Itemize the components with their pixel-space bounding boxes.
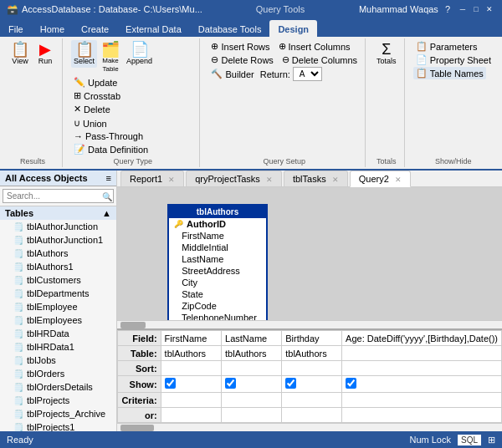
nav-item-tblprojects1[interactable]: 🗒️tblProjects1 (0, 420, 116, 431)
data-definition-button[interactable]: 📝Data Definition (71, 143, 151, 155)
restore-btn[interactable]: □ (470, 3, 482, 15)
row-header-4: Criteria: (118, 393, 161, 408)
nav-item-tblprojects_archive[interactable]: 🗒️tblProjects_Archive (0, 407, 116, 420)
grid-cell-0-2[interactable]: Birthday (282, 331, 342, 346)
grid-cell-3-3[interactable] (342, 376, 502, 393)
tab-close-qryprojecttasks[interactable]: ✕ (266, 176, 273, 184)
totals-button[interactable]: Σ Totals (374, 40, 399, 68)
show-checkbox-3[interactable] (346, 378, 356, 389)
grid-cell-1-1[interactable]: tblAuthors (222, 346, 282, 361)
panel-options-icon[interactable]: ≡ (106, 173, 111, 183)
view-button[interactable]: 📋 View (8, 40, 32, 68)
table-names-button[interactable]: 📋Table Names (413, 67, 486, 79)
pass-through-button[interactable]: →Pass-Through (71, 130, 151, 142)
insert-rows-button[interactable]: ⊕Insert Rows (208, 40, 272, 53)
totals-icon: Σ (382, 42, 391, 57)
grid-cell-2-3[interactable] (342, 361, 502, 376)
return-dropdown[interactable]: All 5 25 (293, 67, 322, 81)
design-hscrollbar[interactable] (117, 320, 502, 328)
run-button[interactable]: ▶ Run (33, 40, 57, 68)
grid-cell-1-2[interactable]: tblAuthors (282, 346, 342, 361)
grid-cell-0-0[interactable]: FirstName (161, 331, 221, 346)
close-btn[interactable]: ✕ (484, 3, 495, 15)
append-button[interactable]: 📄 Append (124, 40, 155, 68)
grid-cell-5-2[interactable] (282, 408, 342, 423)
tab-close-report1[interactable]: ✕ (168, 176, 175, 184)
tab-external-data[interactable]: External Data (117, 20, 190, 38)
nav-item-tbljobs[interactable]: 🗒️tblJobs (0, 354, 116, 367)
query-design-canvas[interactable]: tblAuthors 🔑AuthorID FirstName MiddleInt… (117, 187, 502, 320)
grid-cell-3-2[interactable] (282, 376, 342, 393)
make-table-button[interactable]: 🗂️ MakeTable (99, 40, 122, 74)
view-icon-status[interactable]: ⊞ (488, 435, 495, 445)
tab-database-tools[interactable]: Database Tools (190, 20, 270, 38)
search-icon[interactable]: 🔍 (102, 191, 112, 201)
nav-item-tblemployees[interactable]: 🗒️tblEmployees (0, 313, 116, 327)
tab-report1[interactable]: Report1 ✕ (120, 171, 184, 186)
search-input[interactable] (3, 189, 114, 203)
builder-button[interactable]: 🔨Builder (208, 68, 256, 80)
crosstab-button[interactable]: ⊞Crosstab (71, 89, 123, 102)
grid-cell-2-2[interactable] (282, 361, 342, 376)
grid-cell-5-0[interactable] (161, 408, 221, 423)
grid-cell-5-1[interactable] (222, 408, 282, 423)
grid-hscrollbar[interactable] (117, 423, 502, 431)
nav-item-tbldepartments[interactable]: 🗒️tblDepartments (0, 287, 116, 300)
data-def-icon: 📝 (74, 144, 85, 155)
tab-create[interactable]: Create (73, 20, 117, 38)
select-button[interactable]: 📋 Select (71, 40, 97, 68)
grid-cell-2-0[interactable] (161, 361, 221, 376)
tab-close-query2[interactable]: ✕ (395, 176, 402, 184)
show-checkbox-0[interactable] (165, 378, 176, 389)
nav-item-tblauthors[interactable]: 🗒️tblAuthors (0, 247, 116, 260)
union-button[interactable]: ∪Union (71, 117, 151, 130)
nav-item-tblemployee[interactable]: 🗒️tblEmployee (0, 300, 116, 313)
nav-item-tblhrdata[interactable]: 🗒️tblHRData (0, 327, 116, 340)
table-widget-body[interactable]: 🔑AuthorID FirstName MiddleIntial LastNam… (169, 218, 266, 320)
nav-item-tblauthorjunction[interactable]: 🗒️tblAuthorJunction (0, 220, 116, 233)
tab-query2[interactable]: Query2 ✕ (350, 171, 411, 187)
left-panel-scroll[interactable]: Tables ▲ 🗒️tblAuthorJunction🗒️tblAuthorJ… (0, 206, 116, 431)
nav-item-tblcustomers[interactable]: 🗒️tblCustomers (0, 273, 116, 287)
delete-rows-button[interactable]: ⊖Delete Rows (208, 53, 275, 66)
grid-cell-4-2[interactable] (282, 393, 342, 408)
minimize-btn[interactable]: ─ (457, 3, 469, 15)
show-checkbox-2[interactable] (285, 378, 296, 389)
grid-cell-5-3[interactable] (342, 408, 502, 423)
grid-cell-0-3[interactable]: Age: DateDiff('yyyy',[Birthday],Date()) (342, 331, 502, 346)
delete-columns-button[interactable]: ⊖Delete Columns (279, 53, 360, 66)
row-header-2: Sort: (118, 361, 161, 376)
property-sheet-button[interactable]: 📄Property Sheet (413, 53, 494, 66)
tab-qryprojecttasks[interactable]: qryProjectTasks ✕ (186, 171, 282, 186)
help-icon[interactable]: ? (445, 4, 450, 14)
nav-item-tblhrdata1[interactable]: 🗒️tblHRData1 (0, 340, 116, 354)
tab-close-tbltasks[interactable]: ✕ (332, 176, 339, 184)
nav-item-tblauthors1[interactable]: 🗒️tblAuthors1 (0, 260, 116, 273)
tab-design[interactable]: Design (269, 20, 317, 38)
update-button[interactable]: ✏️Update (71, 76, 123, 89)
left-panel: All Access Objects ≡ 🔍 Tables ▲ 🗒️tblAut… (0, 171, 117, 431)
update-icon: ✏️ (74, 77, 85, 88)
grid-cell-4-0[interactable] (161, 393, 221, 408)
nav-item-tblauthorjunction1[interactable]: 🗒️tblAuthorJunction1 (0, 233, 116, 247)
grid-cell-0-1[interactable]: LastName (222, 331, 282, 346)
tables-section-header[interactable]: Tables ▲ (0, 206, 116, 220)
nav-item-tblordersdetails[interactable]: 🗒️tblOrdersDetails (0, 380, 116, 394)
totals-group-label: Totals (374, 155, 399, 165)
tab-home[interactable]: Home (32, 20, 73, 38)
grid-cell-1-3[interactable] (342, 346, 502, 361)
grid-cell-2-1[interactable] (222, 361, 282, 376)
tab-file[interactable]: File (0, 20, 32, 38)
nav-item-tblprojects[interactable]: 🗒️tblProjects (0, 394, 116, 407)
grid-cell-3-0[interactable] (161, 376, 221, 393)
grid-cell-3-1[interactable] (222, 376, 282, 393)
grid-cell-4-3[interactable] (342, 393, 502, 408)
delete-button[interactable]: ✕Delete (71, 103, 123, 115)
tab-tbltasks[interactable]: tblTasks ✕ (284, 171, 348, 186)
grid-cell-1-0[interactable]: tblAuthors (161, 346, 221, 361)
insert-columns-button[interactable]: ⊕Insert Columns (276, 40, 353, 53)
grid-cell-4-1[interactable] (222, 393, 282, 408)
nav-item-tblorders[interactable]: 🗒️tblOrders (0, 367, 116, 380)
parameters-button[interactable]: 📋Parameters (413, 40, 480, 53)
show-checkbox-1[interactable] (225, 378, 236, 389)
